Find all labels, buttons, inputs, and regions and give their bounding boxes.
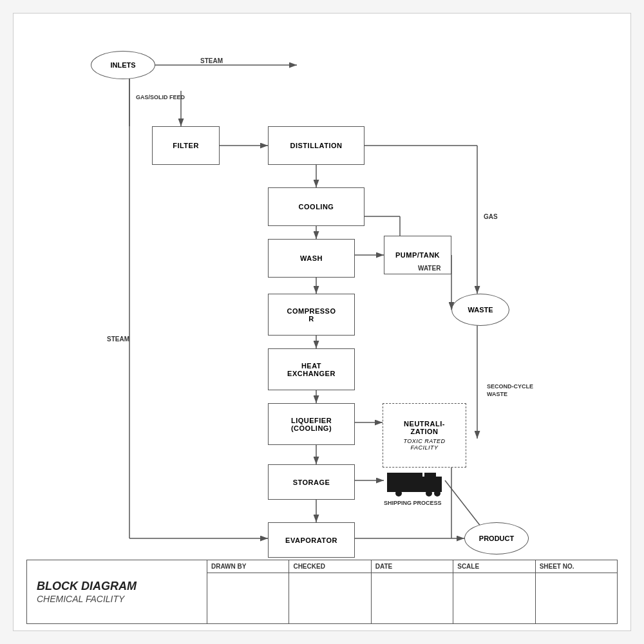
- title-fields: DRAWN BY CHECKED DATE SCALE: [207, 560, 617, 623]
- distillation-node: DISTILLATION: [268, 126, 365, 165]
- date-header: DATE: [372, 560, 453, 573]
- waste-label: WASTE: [468, 306, 493, 314]
- storage-label: STORAGE: [293, 478, 330, 486]
- gas-right-label: GAS: [484, 213, 498, 220]
- svg-point-32: [426, 490, 432, 497]
- title-block: BLOCK DIAGRAM CHEMICAL FACILITY DRAWN BY…: [26, 560, 618, 624]
- product-node: PRODUCT: [464, 522, 529, 554]
- heat-exchanger-node: HEAT EXCHANGER: [268, 348, 355, 390]
- svg-point-33: [434, 490, 440, 497]
- steam-top-label: STEAM: [200, 57, 223, 64]
- compressor-node: COMPRESSO R: [268, 294, 355, 336]
- inlets-node: INLETS: [91, 51, 155, 79]
- waste-node: WASTE: [451, 294, 509, 326]
- date-field: DATE: [372, 560, 453, 623]
- drawn-by-value: [207, 573, 289, 623]
- evaporator-node: EVAPORATOR: [268, 522, 355, 558]
- wash-node: WASH: [268, 239, 355, 278]
- pump-tank-label: PUMP/TANK: [395, 251, 440, 259]
- title-sub-text: CHEMICAL FACILITY: [37, 594, 197, 604]
- liquefier-node: LIQUEFIER (COOLING): [268, 403, 355, 445]
- cooling-label: COOLING: [299, 203, 334, 211]
- second-cycle-label: SECOND-CYCLE WASTE: [487, 374, 533, 399]
- checked-value: [289, 573, 370, 623]
- toxic-label: TOXIC RATED FACILITY: [403, 438, 445, 451]
- distillation-label: DISTILLATION: [290, 142, 343, 149]
- filter-label: FILTER: [173, 142, 199, 149]
- svg-point-31: [395, 490, 402, 497]
- wash-label: WASH: [300, 254, 323, 262]
- compressor-label: COMPRESSO R: [287, 307, 336, 323]
- truck-icon: [387, 468, 445, 497]
- steam-left-label: STEAM: [107, 336, 129, 343]
- product-label: PRODUCT: [479, 535, 514, 542]
- title-main: BLOCK DIAGRAM CHEMICAL FACILITY: [27, 560, 207, 623]
- svg-rect-30: [424, 473, 436, 479]
- svg-rect-28: [387, 473, 422, 492]
- drawn-by-header: DRAWN BY: [207, 560, 289, 573]
- storage-node: STORAGE: [268, 464, 355, 500]
- scale-header: SCALE: [453, 560, 535, 573]
- inlets-label: INLETS: [110, 61, 135, 69]
- sheet-no-header: SHEET NO.: [536, 560, 617, 573]
- scale-value: [453, 573, 535, 623]
- checked-field: CHECKED: [289, 560, 371, 623]
- evaporator-label: EVAPORATOR: [285, 536, 337, 544]
- neutralization-node: NEUTRALI- ZATION TOXIC RATED FACILITY: [383, 403, 466, 468]
- shipping-label: SHIPPING PROCESS: [384, 500, 442, 506]
- diagram-area: INLETS STEAM GAS/SOLID FEED FILTER DISTI…: [26, 26, 618, 553]
- cooling-node: COOLING: [268, 187, 365, 226]
- sheet-no-field: SHEET NO.: [536, 560, 617, 623]
- scale-field: SCALE: [453, 560, 535, 623]
- neutralization-label: NEUTRALI- ZATION: [404, 420, 445, 435]
- filter-node: FILTER: [152, 126, 220, 165]
- shipping-truck: [387, 468, 445, 497]
- checked-header: CHECKED: [289, 560, 370, 573]
- sheet-no-value: [536, 573, 617, 623]
- liquefier-label: LIQUEFIER (COOLING): [291, 417, 332, 432]
- drawn-by-field: DRAWN BY: [207, 560, 289, 623]
- date-value: [372, 573, 453, 623]
- water-label: WATER: [418, 265, 440, 272]
- heat-exchanger-label: HEAT EXCHANGER: [287, 362, 336, 377]
- page: INLETS STEAM GAS/SOLID FEED FILTER DISTI…: [13, 13, 631, 631]
- gas-solid-label: GAS/SOLID FEED: [136, 94, 185, 100]
- title-main-text: BLOCK DIAGRAM: [37, 580, 197, 594]
